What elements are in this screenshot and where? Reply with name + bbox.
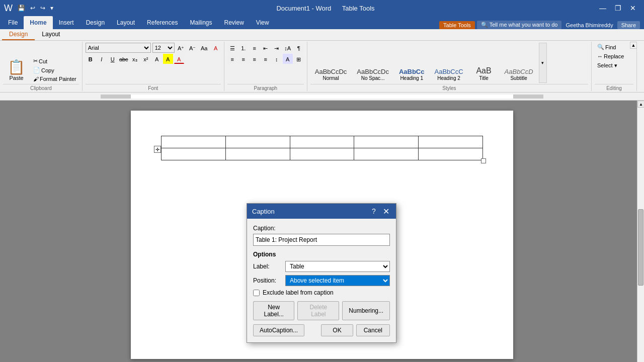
table-cell[interactable] — [162, 148, 226, 160]
restore-button[interactable]: ❐ — [611, 1, 625, 15]
tab-table-layout[interactable]: Layout — [35, 29, 67, 40]
align-right-button[interactable]: ≡ — [250, 54, 260, 64]
numbering-button[interactable]: Numbering... — [342, 301, 390, 320]
delete-label-button[interactable]: Delete Label — [297, 301, 339, 320]
exclude-label-checkbox[interactable] — [253, 290, 260, 296]
caption-input[interactable] — [253, 234, 390, 246]
italic-button[interactable]: I — [97, 54, 107, 64]
table-cell[interactable] — [354, 148, 419, 160]
bullets-button[interactable]: ☰ — [227, 43, 237, 53]
show-formatting-button[interactable]: ¶ — [294, 43, 304, 53]
table-cell[interactable] — [419, 148, 483, 160]
customize-quick-access-button[interactable]: ▾ — [48, 4, 55, 13]
table-cell[interactable] — [419, 136, 483, 148]
style-title[interactable]: AaB Title — [469, 64, 499, 83]
editing-label: Editing — [595, 84, 633, 91]
superscript-button[interactable]: x² — [141, 54, 151, 64]
strikethrough-button[interactable]: abc — [119, 54, 129, 64]
increase-indent-button[interactable]: ⇥ — [272, 43, 282, 53]
shading-button[interactable]: A — [283, 54, 293, 64]
title-bar-left: W 💾 ↩ ↪ ▾ — [4, 3, 55, 14]
style-subtitle[interactable]: AaBbCcD Subtitle — [500, 66, 538, 83]
scroll-up-button[interactable]: ▲ — [637, 101, 644, 108]
undo-button[interactable]: ↩ — [28, 4, 37, 13]
title-bar: W 💾 ↩ ↪ ▾ Document1 - Word Table Tools —… — [0, 0, 644, 16]
save-button[interactable]: 💾 — [16, 4, 27, 13]
decrease-indent-button[interactable]: ⇤ — [261, 43, 271, 53]
tab-insert[interactable]: Insert — [53, 16, 80, 29]
tab-references[interactable]: References — [141, 16, 184, 29]
table-cell[interactable] — [225, 136, 290, 148]
borders-button[interactable]: ⊞ — [294, 54, 304, 64]
position-select[interactable]: Above selected item Below selected item — [285, 275, 390, 286]
tab-layout[interactable]: Layout — [111, 16, 141, 29]
bold-button[interactable]: B — [86, 54, 96, 64]
table-cell[interactable] — [354, 136, 419, 148]
position-field-label: Position: — [253, 277, 281, 284]
share-button[interactable]: Share — [617, 21, 640, 29]
collapse-ribbon-button[interactable]: ▲ — [630, 42, 637, 49]
select-button[interactable]: Select ▾ — [595, 61, 626, 70]
style-normal[interactable]: AaBbCcDc Normal — [310, 66, 352, 83]
new-label-button[interactable]: New Label... — [253, 301, 294, 320]
text-effect-button[interactable]: A — [152, 54, 162, 64]
redo-button[interactable]: ↪ — [38, 4, 47, 13]
label-select[interactable]: Table Figure Equation — [285, 261, 390, 272]
tab-review[interactable]: Review — [218, 16, 250, 29]
increase-font-button[interactable]: A⁺ — [176, 43, 186, 53]
sort-button[interactable]: ↕A — [283, 43, 293, 53]
table-resize-handle[interactable] — [481, 158, 486, 163]
table-move-handle[interactable]: ✛ — [154, 146, 161, 153]
underline-button[interactable]: U — [108, 54, 118, 64]
tab-home[interactable]: Home — [24, 16, 52, 29]
table-cell[interactable] — [290, 148, 354, 160]
find-button[interactable]: 🔍 Find — [595, 43, 626, 51]
position-row: Position: Above selected item Below sele… — [253, 275, 390, 286]
minimize-button[interactable]: — — [596, 1, 610, 15]
cut-button[interactable]: ✂ Cut — [31, 57, 79, 65]
cancel-button[interactable]: Cancel — [356, 324, 390, 336]
dialog-help-button[interactable]: ? — [369, 206, 379, 216]
close-button[interactable]: ✕ — [626, 1, 640, 15]
clipboard-group: 📋 Paste ✂ Cut 📄 Copy 🖌 Format Painter Cl… — [0, 42, 83, 91]
font-size-select[interactable]: 12 — [152, 43, 175, 53]
multilevel-list-button[interactable]: ≡ — [250, 43, 260, 53]
format-painter-button[interactable]: 🖌 Format Painter — [31, 75, 79, 83]
decrease-font-button[interactable]: A⁻ — [188, 43, 198, 53]
paste-button[interactable]: 📋 Paste — [3, 58, 30, 83]
tab-table-design[interactable]: Design — [2, 29, 35, 40]
font-family-select[interactable]: Arial — [86, 43, 151, 53]
tab-file[interactable]: File — [2, 16, 24, 29]
justify-button[interactable]: ≡ — [261, 54, 271, 64]
styles-scroll-button[interactable]: ▾ — [539, 43, 547, 83]
style-heading1[interactable]: AaBbCc Heading 1 — [394, 66, 429, 83]
text-highlight-button[interactable]: A — [163, 54, 173, 64]
ok-button[interactable]: OK — [321, 324, 353, 336]
change-case-button[interactable]: Aa — [199, 43, 209, 53]
align-center-button[interactable]: ≡ — [238, 54, 249, 64]
autocaption-button[interactable]: AutoCaption... — [253, 324, 304, 336]
dialog-close-button[interactable]: ✕ — [381, 206, 391, 216]
line-spacing-button[interactable]: ↕ — [272, 54, 282, 64]
subscript-button[interactable]: x₂ — [130, 54, 140, 64]
user-name: Geetha Bhimireddy — [566, 22, 613, 28]
label-row: Label: Table Figure Equation — [253, 261, 390, 272]
clear-format-button[interactable]: A — [211, 43, 221, 53]
clipboard-label: Clipboard — [3, 84, 79, 91]
table-cell[interactable] — [225, 148, 290, 160]
replace-button[interactable]: ↔ Replace — [595, 52, 626, 60]
table-cell[interactable] — [162, 136, 226, 148]
scroll-thumb[interactable] — [638, 209, 643, 286]
table-cell[interactable] — [290, 136, 354, 148]
font-color-button[interactable]: A — [174, 54, 184, 64]
exclude-label-text: Exclude label from caption — [263, 289, 334, 296]
style-no-spacing[interactable]: AaBbCcDc No Spac... — [352, 66, 393, 83]
copy-button[interactable]: 📄 Copy — [31, 66, 79, 74]
tab-mailings[interactable]: Mailings — [184, 16, 218, 29]
align-left-button[interactable]: ≡ — [227, 54, 237, 64]
numbering-button[interactable]: 1. — [238, 43, 249, 53]
vertical-scrollbar[interactable]: ▲ ▼ — [637, 101, 644, 362]
style-heading2[interactable]: AaBbCcC Heading 2 — [430, 66, 467, 83]
tab-view[interactable]: View — [250, 16, 275, 29]
tab-design[interactable]: Design — [80, 16, 111, 29]
